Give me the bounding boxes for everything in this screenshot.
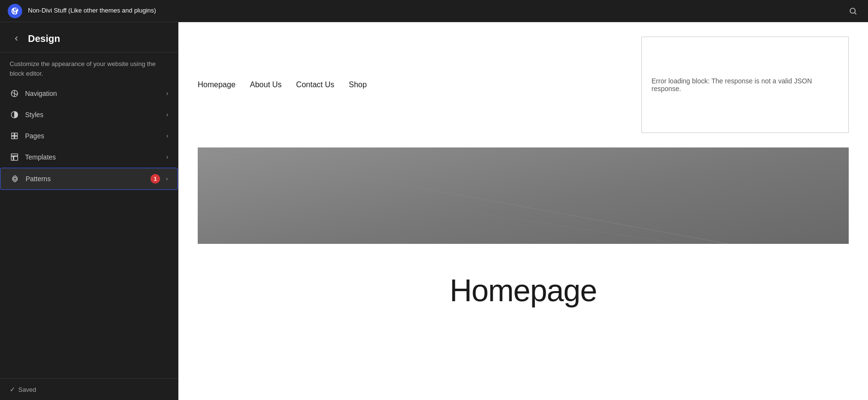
svg-rect-5 (12, 133, 14, 135)
saved-check-icon: ✓ (10, 386, 15, 393)
site-title: Non-Divi Stuff (Like other themes and pl… (28, 7, 840, 15)
svg-rect-6 (15, 133, 17, 135)
search-button[interactable] (846, 4, 860, 18)
saved-label: Saved (18, 386, 36, 393)
templates-icon (10, 152, 19, 162)
templates-label: Templates (25, 153, 161, 161)
svg-rect-11 (14, 157, 18, 160)
hero-diagonal-svg (198, 147, 849, 244)
pages-icon (10, 131, 19, 141)
error-message: Error loading block: The response is not… (651, 77, 839, 93)
content-area: Homepage About Us Contact Us Shop Error … (178, 22, 868, 400)
svg-rect-14 (198, 147, 849, 244)
sidebar-item-pages[interactable]: Pages › (0, 125, 178, 147)
wp-logo[interactable] (8, 4, 22, 18)
patterns-chevron: › (166, 175, 168, 182)
sidebar-header: Design (0, 22, 178, 53)
nav-item-contact[interactable]: Contact Us (296, 80, 334, 89)
navigation-icon (10, 89, 19, 98)
sidebar-item-styles[interactable]: Styles › (0, 104, 178, 125)
nav-item-homepage[interactable]: Homepage (198, 80, 235, 89)
templates-chevron: › (166, 154, 168, 160)
top-bar: Non-Divi Stuff (Like other themes and pl… (0, 0, 868, 22)
nav-item-about[interactable]: About Us (250, 80, 282, 89)
styles-icon (10, 110, 19, 120)
navigation-label: Navigation (25, 90, 161, 97)
search-icon (849, 7, 857, 15)
sidebar-footer: ✓ Saved (0, 378, 178, 400)
back-button[interactable] (10, 32, 23, 45)
svg-rect-10 (11, 157, 13, 160)
pages-label: Pages (25, 132, 161, 140)
sidebar-description: Customize the appearance of your website… (0, 53, 178, 83)
svg-line-1 (854, 13, 856, 14)
sidebar-nav: Navigation › Styles › (0, 83, 178, 378)
preview-header: Homepage About Us Contact Us Shop Error … (178, 22, 868, 147)
sidebar-title: Design (28, 33, 60, 44)
preview-container: Homepage About Us Contact Us Shop Error … (178, 22, 868, 400)
hero-section (198, 147, 849, 244)
sidebar-item-templates[interactable]: Templates › (0, 147, 178, 168)
homepage-title: Homepage (198, 273, 849, 308)
styles-chevron: › (166, 111, 168, 118)
svg-rect-9 (11, 154, 17, 156)
nav-item-shop[interactable]: Shop (349, 80, 366, 89)
patterns-label: Patterns (26, 175, 145, 183)
error-block: Error loading block: The response is not… (641, 37, 849, 133)
homepage-title-section: Homepage (178, 244, 868, 328)
navigation-chevron: › (166, 90, 168, 97)
patterns-badge: 1 (150, 174, 160, 184)
svg-rect-8 (15, 136, 17, 139)
back-icon (13, 35, 20, 42)
svg-marker-13 (14, 177, 16, 181)
sidebar-item-navigation[interactable]: Navigation › (0, 83, 178, 104)
svg-point-0 (850, 8, 855, 13)
styles-label: Styles (25, 111, 161, 119)
main-layout: Design Customize the appearance of your … (0, 22, 868, 400)
patterns-icon (10, 174, 20, 184)
wordpress-icon (11, 7, 19, 15)
sidebar: Design Customize the appearance of your … (0, 22, 178, 400)
preview-nav: Homepage About Us Contact Us Shop (198, 80, 367, 89)
sidebar-item-patterns[interactable]: Patterns 1 › (0, 168, 178, 190)
svg-rect-7 (12, 136, 14, 139)
pages-chevron: › (166, 133, 168, 139)
